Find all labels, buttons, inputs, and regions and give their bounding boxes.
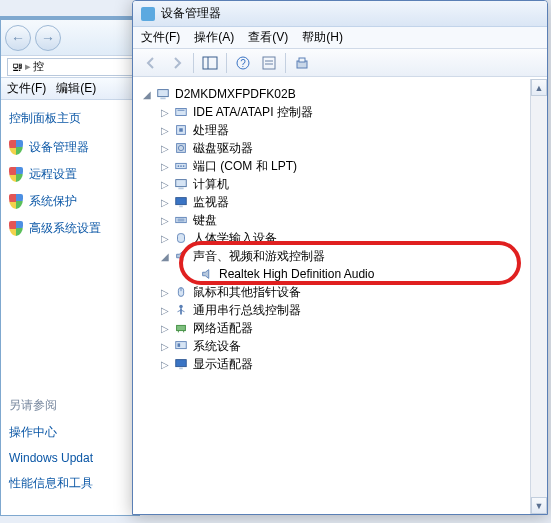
svg-point-20 — [183, 165, 185, 167]
svg-rect-23 — [176, 198, 187, 205]
tree-node[interactable]: ▷显示适配器 — [137, 355, 543, 373]
expand-toggle[interactable]: ▷ — [159, 322, 171, 334]
control-panel-home-link[interactable]: 控制面板主页 — [9, 110, 131, 127]
sidebar-item-device-manager[interactable]: 设备管理器 — [9, 139, 131, 156]
net-icon — [173, 320, 189, 336]
tree-node[interactable]: ▷人体学输入设备 — [137, 229, 543, 247]
seealso-link-action-center[interactable]: 操作中心 — [9, 424, 131, 441]
shield-icon — [9, 140, 23, 155]
tree-node[interactable]: ▷网络适配器 — [137, 319, 543, 337]
tree-node-sound[interactable]: ◢ 声音、视频和游戏控制器 — [137, 247, 543, 265]
device-tree[interactable]: ◢ D2MKDMXFPDFK02B ▷IDE ATA/ATAPI 控制器▷处理器… — [133, 79, 547, 514]
tree-node[interactable]: ▷计算机 — [137, 175, 543, 193]
seealso-link-performance[interactable]: 性能信息和工具 — [9, 475, 131, 492]
scan-icon — [294, 55, 310, 71]
menu-help[interactable]: 帮助(H) — [302, 29, 343, 46]
app-icon — [141, 7, 155, 21]
display-icon — [173, 356, 189, 372]
expand-toggle[interactable]: ▷ — [159, 286, 171, 298]
keyboard-icon — [173, 212, 189, 228]
tree-node-label: IDE ATA/ATAPI 控制器 — [193, 104, 313, 121]
menu-view[interactable]: 查看(V) — [248, 29, 288, 46]
menu-edit[interactable]: 编辑(E) — [56, 80, 96, 97]
help-icon: ? — [235, 55, 251, 71]
expand-placeholder — [185, 268, 197, 280]
sidebar-item-advanced-settings[interactable]: 高级系统设置 — [9, 220, 131, 237]
titlebar[interactable]: 设备管理器 — [133, 1, 547, 27]
seealso-link-windows-update[interactable]: Windows Updat — [9, 451, 131, 465]
expand-toggle[interactable]: ▷ — [159, 178, 171, 190]
back-menu-bar: 文件(F) 编辑(E) — [1, 78, 139, 100]
toolbar-show-hidden-button[interactable] — [198, 52, 222, 74]
monitor-icon — [173, 194, 189, 210]
toolbar-properties-button[interactable] — [257, 52, 281, 74]
expand-toggle[interactable]: ▷ — [159, 124, 171, 136]
sidebar-item-label: 高级系统设置 — [29, 220, 101, 237]
speaker-icon — [173, 248, 189, 264]
svg-rect-14 — [179, 128, 183, 132]
tree-node[interactable]: ▷磁盘驱动器 — [137, 139, 543, 157]
tree-node-realtek-audio[interactable]: Realtek High Definition Audio — [137, 265, 543, 283]
toolbar-scan-button[interactable] — [290, 52, 314, 74]
sidebar-item-system-protection[interactable]: 系统保护 — [9, 193, 131, 210]
separator — [226, 53, 227, 73]
expand-toggle[interactable]: ▷ — [159, 304, 171, 316]
tree-root-label: D2MKDMXFPDFK02B — [175, 87, 296, 101]
address-box[interactable]: 🖳 ▸ 控 — [7, 58, 133, 76]
svg-rect-25 — [176, 217, 187, 222]
expand-toggle[interactable]: ▷ — [159, 214, 171, 226]
expand-toggle[interactable]: ▷ — [159, 340, 171, 352]
tree-node-label: 声音、视频和游戏控制器 — [193, 248, 325, 265]
arrow-left-icon — [143, 55, 159, 71]
tree-node[interactable]: ▷通用串行总线控制器 — [137, 301, 543, 319]
svg-rect-11 — [176, 109, 187, 116]
tree-node-label: 端口 (COM 和 LPT) — [193, 158, 297, 175]
tree-node-label: 通用串行总线控制器 — [193, 302, 301, 319]
expand-toggle[interactable]: ▷ — [159, 142, 171, 154]
tree-node[interactable]: ▷鼠标和其他指针设备 — [137, 283, 543, 301]
toolbar-help-button[interactable]: ? — [231, 52, 255, 74]
sidebar-item-label: 设备管理器 — [29, 139, 89, 156]
toolbar: ? — [133, 49, 547, 77]
svg-rect-8 — [299, 58, 305, 62]
menu-file[interactable]: 文件(F) — [7, 80, 46, 97]
tree-node[interactable]: ▷IDE ATA/ATAPI 控制器 — [137, 103, 543, 121]
tree-node-label: 计算机 — [193, 176, 229, 193]
svg-rect-41 — [179, 368, 183, 370]
svg-rect-24 — [179, 206, 183, 208]
svg-rect-4 — [263, 57, 275, 69]
speaker-icon — [199, 266, 215, 282]
menu-action[interactable]: 操作(A) — [194, 29, 234, 46]
menu-file[interactable]: 文件(F) — [141, 29, 180, 46]
computer-icon: 🖳 — [12, 61, 23, 73]
expand-toggle[interactable]: ◢ — [141, 88, 153, 100]
expand-toggle[interactable]: ▷ — [159, 196, 171, 208]
mouse-icon — [173, 284, 189, 300]
tree-node[interactable]: ▷监视器 — [137, 193, 543, 211]
arrow-right-icon: → — [41, 30, 55, 46]
tree-node[interactable]: ▷键盘 — [137, 211, 543, 229]
disk-icon — [173, 140, 189, 156]
expand-toggle[interactable]: ▷ — [159, 358, 171, 370]
back-button[interactable]: ← — [5, 25, 31, 51]
expand-toggle[interactable]: ▷ — [159, 160, 171, 172]
panel-icon — [202, 55, 218, 71]
expand-toggle[interactable]: ▷ — [159, 106, 171, 118]
scroll-up-button[interactable]: ▲ — [531, 79, 547, 96]
sidebar-item-remote-settings[interactable]: 远程设置 — [9, 166, 131, 183]
tree-root[interactable]: ◢ D2MKDMXFPDFK02B — [137, 85, 543, 103]
sidebar: 控制面板主页 设备管理器 远程设置 系统保护 高级系统设置 另请参阅 操作中心 … — [1, 100, 139, 512]
expand-toggle[interactable]: ▷ — [159, 232, 171, 244]
expand-toggle[interactable]: ◢ — [159, 250, 171, 262]
menu-bar: 文件(F) 操作(A) 查看(V) 帮助(H) — [133, 27, 547, 49]
forward-button[interactable]: → — [35, 25, 61, 51]
tree-node[interactable]: ▷系统设备 — [137, 337, 543, 355]
svg-rect-40 — [176, 360, 187, 367]
scroll-track[interactable] — [531, 96, 547, 497]
tree-node[interactable]: ▷处理器 — [137, 121, 543, 139]
usb-icon — [173, 302, 189, 318]
vertical-scrollbar[interactable]: ▲ ▼ — [530, 79, 547, 514]
scroll-down-button[interactable]: ▼ — [531, 497, 547, 514]
tree-node[interactable]: ▷端口 (COM 和 LPT) — [137, 157, 543, 175]
svg-point-18 — [178, 165, 180, 167]
